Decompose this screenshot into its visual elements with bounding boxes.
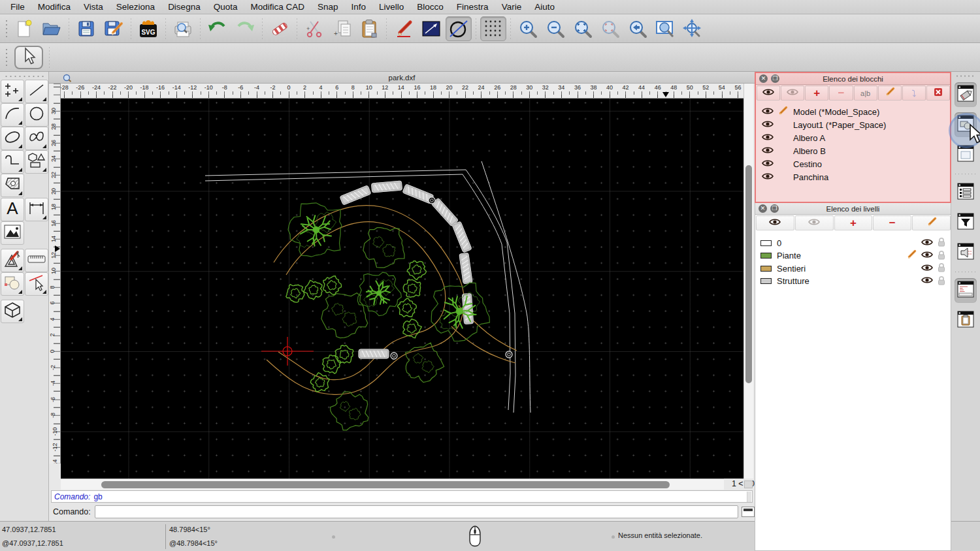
layer-row-strutture[interactable]: Strutture bbox=[755, 275, 951, 288]
block-row-layout1-paper-space-[interactable]: Layout1 (*Paper_Space) bbox=[756, 118, 950, 131]
modify-tool-button[interactable] bbox=[1, 272, 24, 296]
dock-fitting-window-button[interactable] bbox=[955, 240, 977, 265]
zoom-previous-button[interactable] bbox=[597, 16, 623, 41]
albero-b-block[interactable] bbox=[321, 293, 368, 338]
albero-a-block[interactable] bbox=[288, 203, 342, 257]
panchina-block[interactable] bbox=[459, 253, 472, 284]
cespuglio-block[interactable] bbox=[403, 319, 421, 338]
block-row-model-model-space-[interactable]: Model (*Model_Space) bbox=[756, 105, 950, 118]
copy-button[interactable]: + bbox=[329, 16, 355, 41]
cespuglio-block[interactable] bbox=[407, 261, 426, 280]
visibility-eye-icon[interactable] bbox=[921, 264, 933, 274]
line-attributes-button[interactable] bbox=[418, 16, 444, 41]
menu-item-varie[interactable]: Varie bbox=[495, 2, 529, 12]
menu-item-quota[interactable]: Quota bbox=[207, 2, 244, 12]
visibility-eye-icon[interactable] bbox=[921, 238, 933, 248]
toolbar-drag-handle[interactable] bbox=[5, 19, 8, 39]
new-document-button[interactable] bbox=[11, 16, 37, 41]
eye-faded-button[interactable] bbox=[795, 215, 834, 230]
edit-pencil-small-button[interactable] bbox=[912, 215, 951, 230]
visibility-eye-icon[interactable] bbox=[762, 133, 774, 143]
block-row-albero-b[interactable]: Albero B bbox=[756, 144, 950, 157]
detach-window-icon[interactable]: ❐ bbox=[771, 74, 779, 83]
lock-icon[interactable] bbox=[938, 262, 945, 274]
zoom-window-button[interactable] bbox=[652, 16, 678, 41]
eye-faded-button[interactable] bbox=[781, 86, 804, 101]
menu-item-aiuto[interactable]: Aiuto bbox=[528, 2, 561, 12]
visibility-eye-icon[interactable] bbox=[762, 159, 774, 169]
sentiero-path[interactable] bbox=[451, 326, 515, 363]
visibility-eye-icon[interactable] bbox=[762, 146, 774, 156]
svg-export-button[interactable]: SVG bbox=[135, 16, 161, 41]
cut-button[interactable]: + bbox=[301, 16, 327, 41]
layer-row-0[interactable]: 0 bbox=[755, 236, 951, 249]
lock-icon[interactable] bbox=[938, 276, 945, 287]
menu-item-modifica[interactable]: Modifica bbox=[31, 2, 77, 12]
dock-layer-filter-window-button[interactable] bbox=[955, 210, 977, 235]
panchina-block[interactable] bbox=[452, 221, 472, 253]
spline-tool-button[interactable] bbox=[25, 127, 48, 150]
close-icon[interactable]: ✕ bbox=[759, 74, 768, 83]
panchina-block[interactable] bbox=[462, 294, 473, 324]
eye-button[interactable] bbox=[756, 215, 794, 230]
strutture-boundary-line[interactable] bbox=[205, 170, 515, 413]
circle-attributes-button[interactable] bbox=[446, 16, 472, 41]
arc-tool-button[interactable] bbox=[1, 103, 24, 127]
menu-item-seleziona[interactable]: Seleziona bbox=[110, 2, 161, 12]
remove-minus-button[interactable]: − bbox=[873, 215, 911, 230]
visibility-eye-icon[interactable] bbox=[921, 276, 933, 286]
block-row-albero-a[interactable]: Albero A bbox=[756, 131, 950, 144]
cestino-block[interactable] bbox=[506, 351, 512, 358]
save-as-button[interactable] bbox=[101, 16, 127, 41]
shapes-tool-button[interactable] bbox=[25, 150, 48, 174]
albero-a-block[interactable] bbox=[431, 283, 489, 341]
lock-icon[interactable] bbox=[938, 250, 945, 262]
edit-pencil-small-button[interactable] bbox=[878, 86, 902, 101]
line-tool-button[interactable] bbox=[25, 80, 48, 103]
layer-row-sentieri[interactable]: Sentieri bbox=[755, 262, 951, 275]
detach-window-icon[interactable]: ❐ bbox=[770, 204, 779, 213]
insert-arrow-button[interactable]: ⤵ bbox=[902, 86, 926, 101]
cespuglio-block[interactable] bbox=[310, 373, 329, 392]
points-tool-button[interactable] bbox=[1, 80, 24, 103]
zoom-pan-button[interactable] bbox=[679, 16, 706, 41]
sentiero-path[interactable] bbox=[267, 206, 464, 395]
panchina-block[interactable] bbox=[371, 181, 402, 193]
dock-command-window-button[interactable] bbox=[955, 278, 977, 303]
panchina-block[interactable] bbox=[340, 185, 371, 205]
dimension-tool-button[interactable] bbox=[25, 198, 48, 221]
palette-drag-handle[interactable] bbox=[4, 74, 44, 78]
ellipse-tool-button[interactable] bbox=[1, 127, 24, 150]
circle-tool-button[interactable] bbox=[25, 103, 48, 127]
dock-drag-handle[interactable] bbox=[955, 74, 976, 78]
vertical-scrollbar-thumb[interactable] bbox=[745, 165, 752, 383]
image-tool-button[interactable] bbox=[1, 221, 24, 245]
visibility-eye-icon[interactable] bbox=[762, 107, 774, 117]
menu-item-snap[interactable]: Snap bbox=[311, 2, 345, 12]
command-options-button[interactable] bbox=[742, 507, 755, 517]
block-row-panchina[interactable]: Panchina bbox=[756, 170, 950, 183]
panchina-block[interactable] bbox=[359, 349, 389, 358]
polyline-tool-button[interactable] bbox=[1, 150, 24, 174]
layer-row-piante[interactable]: Piante bbox=[755, 249, 951, 262]
command-input[interactable] bbox=[95, 505, 738, 518]
cespuglio-block[interactable] bbox=[403, 279, 421, 297]
menu-item-info[interactable]: Info bbox=[345, 2, 373, 12]
zoom-out-button[interactable] bbox=[542, 16, 568, 41]
cespuglio-block[interactable] bbox=[323, 276, 342, 295]
save-button[interactable] bbox=[73, 16, 99, 41]
document-title-bar[interactable]: park.dxf bbox=[49, 72, 755, 84]
park-drawing[interactable] bbox=[61, 99, 743, 479]
add-plus-button[interactable]: + bbox=[834, 215, 873, 230]
dock-layers-window-button[interactable] bbox=[955, 180, 977, 205]
toolbar-drag-handle[interactable] bbox=[5, 48, 8, 67]
visibility-eye-icon[interactable] bbox=[762, 172, 774, 182]
albero-a-block[interactable] bbox=[357, 272, 401, 316]
strutture-boundary-line[interactable] bbox=[482, 161, 531, 413]
albero-b-block[interactable] bbox=[331, 392, 368, 430]
redo-button[interactable] bbox=[232, 16, 258, 41]
solid-3d-tool-button[interactable] bbox=[1, 300, 24, 323]
visibility-eye-icon[interactable] bbox=[921, 251, 933, 260]
horizontal-scrollbar-thumb[interactable] bbox=[101, 481, 670, 488]
cestino-block[interactable] bbox=[391, 353, 397, 359]
